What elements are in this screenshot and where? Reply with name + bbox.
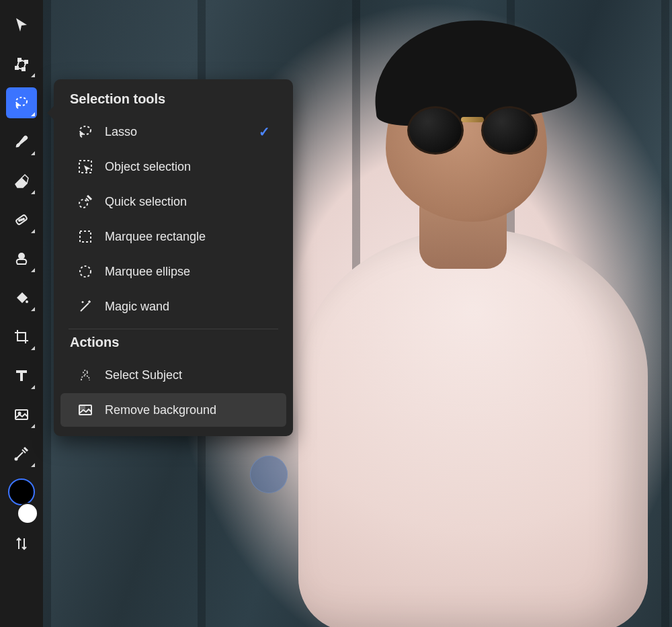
lasso-icon [13,95,30,111]
marquee-rect-icon [77,228,94,245]
photo-subject [258,27,672,627]
quick-select-icon [77,193,94,210]
svg-rect-23 [79,405,85,410]
svg-rect-1 [18,58,21,61]
flyout-item-label: Select Subject [105,368,270,382]
tool-eraser[interactable] [6,165,37,196]
bucket-icon [13,290,30,306]
svg-point-10 [18,253,25,259]
svg-point-14 [15,458,17,460]
move-icon [13,17,30,33]
flyout-item-label: Lasso [105,125,248,139]
svg-rect-3 [22,68,25,71]
flyout-item-label: Marquee ellipse [105,265,270,279]
marquee-ellipse-icon [77,263,94,280]
flyout-item-label: Remove background [105,403,270,417]
eyedropper-icon [13,446,30,462]
image-icon [13,407,30,423]
brush-icon [13,134,30,150]
tool-heal[interactable] [6,204,37,235]
swap-icon [13,536,30,552]
tool-clone[interactable] [6,243,37,274]
svg-rect-0 [15,67,18,69]
tool-brush[interactable] [6,126,37,157]
foreground-color-chip[interactable] [8,478,35,505]
svg-point-20 [80,266,91,277]
flyout-item-quick-selection[interactable]: Quick selection [60,185,286,218]
remove-bg-icon [77,401,94,419]
transform-icon [13,56,30,72]
tool-type[interactable] [6,360,37,391]
lasso-icon [77,123,94,140]
tool-image[interactable] [6,399,37,430]
flyout-item-label: Magic wand [105,300,270,314]
flyout-item-lasso[interactable]: Lasso ✓ [60,115,286,149]
magic-wand-icon [77,298,94,315]
svg-point-7 [19,220,20,221]
checkmark-icon: ✓ [259,124,270,140]
flyout-item-marquee-rect[interactable]: Marquee rectangle [60,220,286,253]
tool-crop[interactable] [6,321,37,352]
crop-icon [13,329,30,345]
flyout-action-remove-background[interactable]: Remove background [60,393,286,427]
flyout-item-object-selection[interactable]: Object selection [60,150,286,183]
type-icon [13,368,30,384]
flyout-item-label: Object selection [105,160,270,174]
flyout-divider [69,329,278,329]
flyout-item-magic-wand[interactable]: Magic wand [60,290,286,323]
tool-fill[interactable] [6,282,37,313]
flyout-item-label: Quick selection [105,195,270,209]
svg-point-5 [17,104,19,106]
flyout-section-title-tools: Selection tools [54,91,293,114]
tool-transform[interactable] [6,48,37,79]
svg-point-8 [21,219,22,220]
object-select-icon [77,158,94,175]
svg-point-11 [26,300,28,303]
select-subject-icon [77,366,94,384]
tool-selection[interactable] [6,87,37,118]
flyout-section-title-actions: Actions [54,335,293,357]
eraser-icon [13,173,30,189]
flyout-item-marquee-ellipse[interactable]: Marquee ellipse [60,255,286,288]
clone-icon [13,251,30,267]
tool-swap-colors[interactable] [6,528,37,559]
selection-tools-flyout: Selection tools Lasso ✓ Object selection [54,79,293,436]
background-color-chip[interactable] [17,503,38,524]
flyout-action-select-subject[interactable]: Select Subject [60,358,286,392]
svg-rect-2 [25,60,28,63]
svg-point-21 [83,370,87,374]
svg-point-16 [81,133,83,135]
svg-point-9 [23,218,24,220]
svg-point-18 [79,200,87,208]
svg-rect-19 [80,231,91,242]
left-toolbar [0,0,43,627]
tool-eyedropper[interactable] [6,438,37,469]
heal-icon [13,212,30,228]
tool-move[interactable] [6,9,37,40]
flyout-item-label: Marquee rectangle [105,230,270,244]
